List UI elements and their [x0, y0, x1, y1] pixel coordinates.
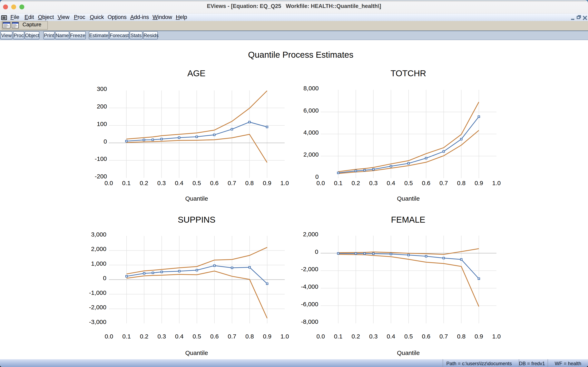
svg-text:0.3: 0.3 — [157, 180, 166, 186]
svg-text:2,000: 2,000 — [303, 151, 319, 158]
svg-text:0.0: 0.0 — [316, 333, 325, 340]
svg-text:-1,000: -1,000 — [89, 289, 106, 296]
svg-text:0.0: 0.0 — [316, 180, 325, 186]
svg-text:0.9: 0.9 — [475, 333, 483, 340]
svg-text:0.1: 0.1 — [334, 180, 343, 186]
svg-text:0.8: 0.8 — [245, 180, 254, 186]
svg-text:200: 200 — [97, 103, 107, 110]
svg-text:-200: -200 — [95, 173, 107, 180]
svg-text:300: 300 — [97, 85, 107, 92]
svg-text:-4,000: -4,000 — [301, 283, 318, 290]
svg-text:0.8: 0.8 — [457, 333, 466, 340]
svg-text:0.4: 0.4 — [175, 333, 183, 340]
svg-text:1,000: 1,000 — [91, 260, 106, 267]
svg-text:3,000: 3,000 — [91, 231, 106, 238]
svg-text:0.6: 0.6 — [210, 333, 219, 340]
svg-text:AGE: AGE — [187, 68, 206, 78]
svg-text:0.7: 0.7 — [439, 333, 448, 340]
svg-text:2,000: 2,000 — [303, 231, 318, 238]
svg-text:100: 100 — [97, 120, 107, 127]
svg-text:1.0: 1.0 — [492, 333, 501, 340]
svg-text:-100: -100 — [95, 155, 107, 162]
svg-text:-3,000: -3,000 — [89, 318, 106, 325]
svg-text:Quantile: Quantile — [397, 350, 420, 356]
svg-text:SUPPINS: SUPPINS — [178, 215, 215, 225]
svg-text:0.1: 0.1 — [334, 333, 343, 340]
svg-text:0: 0 — [315, 173, 319, 180]
svg-text:0.0: 0.0 — [105, 333, 113, 340]
svg-text:0.4: 0.4 — [175, 180, 183, 186]
svg-text:TOTCHR: TOTCHR — [390, 68, 426, 78]
svg-text:0.6: 0.6 — [210, 180, 219, 186]
svg-text:FEMALE: FEMALE — [391, 215, 425, 225]
svg-text:Quantile: Quantile — [397, 195, 420, 202]
svg-text:0: 0 — [103, 275, 106, 281]
svg-text:0.2: 0.2 — [352, 180, 360, 186]
svg-text:0.3: 0.3 — [369, 333, 378, 340]
svg-text:0.9: 0.9 — [263, 333, 272, 340]
svg-text:-8,000: -8,000 — [301, 318, 318, 325]
svg-text:-6,000: -6,000 — [301, 301, 318, 308]
svg-text:-2,000: -2,000 — [301, 266, 318, 272]
svg-text:0.5: 0.5 — [192, 180, 201, 186]
svg-text:0.1: 0.1 — [122, 180, 131, 186]
svg-text:0.9: 0.9 — [475, 180, 483, 186]
svg-text:0.1: 0.1 — [122, 333, 131, 340]
svg-text:0.5: 0.5 — [192, 333, 201, 340]
svg-text:-2,000: -2,000 — [89, 304, 106, 310]
svg-text:2,000: 2,000 — [91, 245, 106, 252]
svg-text:0.2: 0.2 — [140, 180, 148, 186]
svg-text:0.6: 0.6 — [422, 180, 430, 186]
svg-text:0.5: 0.5 — [404, 180, 413, 186]
svg-text:0.8: 0.8 — [457, 180, 466, 186]
svg-text:0.2: 0.2 — [352, 333, 360, 340]
svg-text:Quantile Process Estimates: Quantile Process Estimates — [248, 50, 354, 59]
svg-text:0.9: 0.9 — [263, 180, 271, 186]
svg-text:0: 0 — [315, 248, 318, 255]
svg-text:0.3: 0.3 — [369, 180, 378, 186]
svg-text:0.3: 0.3 — [157, 333, 166, 340]
svg-text:0.5: 0.5 — [404, 333, 413, 340]
svg-text:0.0: 0.0 — [104, 180, 113, 186]
svg-text:0.6: 0.6 — [422, 333, 430, 340]
svg-text:0.7: 0.7 — [228, 180, 236, 186]
svg-text:0.7: 0.7 — [228, 333, 236, 340]
svg-text:1.0: 1.0 — [281, 333, 289, 340]
svg-text:1.0: 1.0 — [280, 180, 289, 186]
svg-text:Quantile: Quantile — [185, 350, 208, 356]
svg-text:6,000: 6,000 — [303, 107, 319, 114]
svg-text:0: 0 — [104, 138, 107, 145]
svg-text:Quantile: Quantile — [185, 195, 208, 202]
svg-text:0.2: 0.2 — [140, 333, 148, 340]
svg-text:4,000: 4,000 — [303, 129, 319, 136]
svg-text:0.4: 0.4 — [387, 333, 395, 340]
svg-text:8,000: 8,000 — [303, 85, 319, 92]
svg-text:0.4: 0.4 — [387, 180, 395, 186]
svg-text:0.8: 0.8 — [245, 333, 254, 340]
svg-text:1.0: 1.0 — [492, 180, 501, 186]
svg-text:0.7: 0.7 — [439, 180, 448, 186]
